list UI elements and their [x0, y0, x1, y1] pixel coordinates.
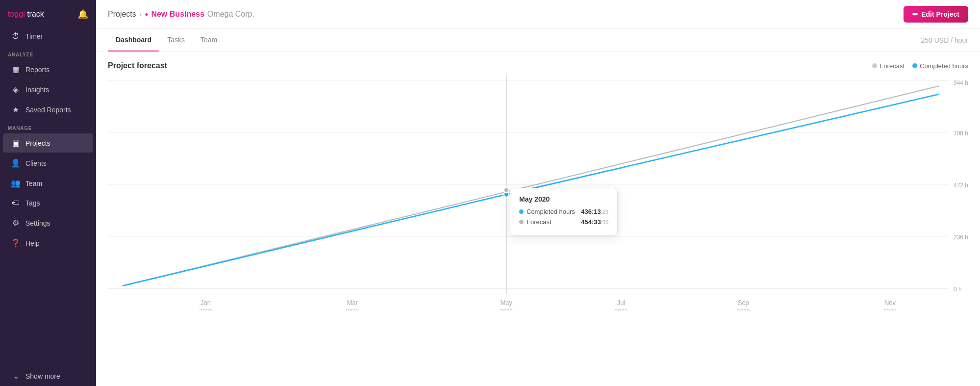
sidebar-item-projects[interactable]: ▣ Projects: [3, 133, 93, 153]
sidebar-item-label: Timer: [25, 32, 43, 40]
main-content: Projects › ● New Business Omega Corp. ✏ …: [96, 0, 980, 386]
sidebar-item-tags[interactable]: 🏷 Tags: [3, 194, 93, 212]
svg-text:708 h: 708 h: [954, 129, 968, 137]
svg-text:Jan: Jan: [201, 299, 211, 307]
svg-text:2020: 2020: [346, 308, 359, 310]
chart-title: Project forecast: [108, 61, 167, 70]
svg-text:472 h: 472 h: [954, 181, 968, 189]
sidebar-item-insights[interactable]: ◈ Insights: [3, 80, 93, 99]
svg-text:2020: 2020: [199, 308, 212, 310]
tab-dashboard[interactable]: Dashboard: [108, 29, 159, 51]
forecast-point: [504, 187, 509, 193]
chevron-down-icon: ⌄: [11, 371, 21, 381]
chart-svg: Jan 2020 Mar 2020 May 2020 Jul 2020 Sep …: [108, 75, 968, 310]
completed-legend-label: Completed hours: [920, 62, 968, 70]
show-more-button[interactable]: ⌄ Show more: [3, 366, 93, 386]
sidebar-item-label: Projects: [25, 139, 50, 147]
svg-text:Sep: Sep: [738, 299, 749, 307]
svg-line-8: [506, 94, 939, 194]
manage-section-label: MANAGE: [0, 120, 96, 133]
projects-icon: ▣: [11, 138, 21, 148]
svg-text:May: May: [500, 299, 512, 307]
breadcrumb-project-name[interactable]: New Business: [151, 10, 204, 19]
logo: toggl track: [8, 10, 44, 19]
completed-dot: [912, 63, 917, 68]
svg-text:944 h: 944 h: [954, 79, 968, 86]
reports-icon: ▦: [11, 65, 21, 74]
sidebar-item-label: Clients: [25, 159, 47, 167]
chart-header: Project forecast Forecast Completed hour…: [108, 61, 968, 70]
sidebar-item-team[interactable]: 👥 Team: [3, 174, 93, 193]
logo-toggl: toggl: [8, 10, 25, 18]
logo-track: track: [25, 10, 44, 18]
breadcrumb-projects[interactable]: Projects: [108, 10, 136, 19]
tab-team[interactable]: Team: [193, 29, 225, 51]
help-icon: ❓: [11, 238, 21, 248]
sidebar-item-saved-reports[interactable]: ★ Saved Reports: [3, 100, 93, 119]
timer-icon: ⏱: [11, 32, 21, 41]
insights-icon: ◈: [11, 85, 21, 94]
sidebar-item-label: Saved Reports: [25, 106, 71, 114]
sidebar-item-label: Help: [25, 239, 40, 247]
svg-text:236 h: 236 h: [954, 233, 968, 241]
sidebar-item-timer[interactable]: ⏱ Timer: [3, 27, 93, 46]
svg-text:0 h: 0 h: [954, 285, 962, 293]
sidebar-item-label: Insights: [25, 86, 49, 94]
edit-button-label: Edit Project: [921, 10, 959, 18]
tabs-bar: Dashboard Tasks Team 250 USD / hour: [96, 29, 980, 51]
sidebar-item-label: Team: [25, 180, 42, 187]
breadcrumb: Projects › ● New Business Omega Corp.: [108, 10, 254, 19]
logo-area: toggl track 🔔: [0, 0, 96, 26]
sidebar-item-settings[interactable]: ⚙ Settings: [3, 213, 93, 232]
breadcrumb-client-name: Omega Corp.: [207, 10, 254, 19]
tab-tasks[interactable]: Tasks: [159, 29, 193, 51]
sidebar-item-label: Reports: [25, 66, 50, 74]
svg-text:2020: 2020: [737, 308, 750, 310]
sidebar: toggl track 🔔 ⏱ Timer ANALYZE ▦ Reports …: [0, 0, 96, 386]
tag-icon: 🏷: [11, 199, 21, 207]
tabs: Dashboard Tasks Team: [108, 29, 225, 51]
topbar: Projects › ● New Business Omega Corp. ✏ …: [96, 0, 980, 29]
svg-text:Jul: Jul: [617, 299, 626, 307]
svg-text:Mar: Mar: [347, 299, 358, 307]
sidebar-item-help[interactable]: ❓ Help: [3, 233, 93, 253]
team-icon: 👥: [11, 179, 21, 188]
forecast-legend-label: Forecast: [879, 62, 905, 70]
edit-project-button[interactable]: ✏ Edit Project: [904, 6, 968, 23]
svg-text:Nov: Nov: [884, 299, 896, 307]
svg-line-6: [123, 86, 939, 285]
edit-icon: ✏: [912, 10, 918, 18]
show-more-label: Show more: [25, 372, 60, 380]
legend-forecast: Forecast: [872, 62, 905, 70]
clients-icon: 👤: [11, 158, 21, 168]
sidebar-item-label: Tags: [25, 199, 40, 207]
project-color-dot: ●: [145, 11, 148, 18]
chart-wrapper: Jan 2020 Mar 2020 May 2020 Jul 2020 Sep …: [108, 75, 968, 310]
bell-icon[interactable]: 🔔: [77, 9, 88, 20]
forecast-dot: [872, 63, 877, 68]
sidebar-item-label: Settings: [25, 219, 50, 227]
legend-completed: Completed hours: [912, 62, 968, 70]
sidebar-item-reports[interactable]: ▦ Reports: [3, 60, 93, 79]
chart-area: Project forecast Forecast Completed hour…: [96, 51, 980, 386]
chart-legend: Forecast Completed hours: [872, 62, 968, 70]
rate-display: 250 USD / hour: [921, 36, 969, 44]
star-icon: ★: [11, 105, 21, 114]
svg-text:2020: 2020: [883, 308, 897, 310]
svg-text:2020: 2020: [500, 308, 513, 310]
breadcrumb-arrow: ›: [139, 10, 142, 19]
svg-line-7: [123, 194, 506, 285]
svg-text:2020: 2020: [615, 308, 628, 310]
sidebar-item-clients[interactable]: 👤 Clients: [3, 154, 93, 173]
settings-icon: ⚙: [11, 218, 21, 228]
analyze-section-label: ANALYZE: [0, 46, 96, 59]
